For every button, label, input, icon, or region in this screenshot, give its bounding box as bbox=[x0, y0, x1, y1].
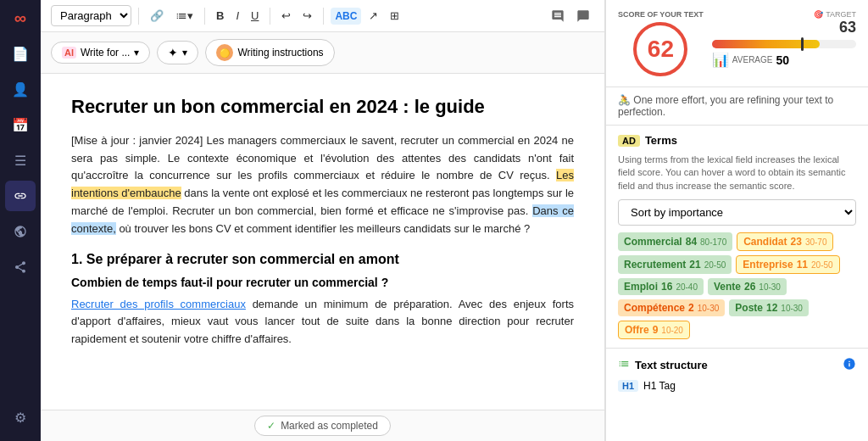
list-icon[interactable]: ☰ bbox=[5, 145, 36, 176]
average-label: AVERAGE bbox=[732, 55, 773, 64]
status-bar: ✓ Marked as completed bbox=[41, 410, 604, 441]
term-badge[interactable]: Commercial8480-170 bbox=[618, 232, 732, 251]
text-structure-section: Text structure H1 H1 Tag bbox=[606, 349, 868, 400]
status-label: Marked as completed bbox=[281, 420, 378, 432]
main-content: Paragraph 🔗 ▾ B I U ↩ ↪ ABC ↗ ⊞ AI Write… bbox=[41, 0, 605, 441]
italic-button[interactable]: I bbox=[231, 7, 243, 25]
section-1-sub: Combien de temps faut-il pour recruter u… bbox=[71, 276, 574, 289]
h1-text: H1 Tag bbox=[643, 380, 676, 392]
terms-tag: AD bbox=[618, 135, 640, 147]
sidebar: ∞ 📄 👤 📅 ☰ ⚙ bbox=[0, 0, 41, 441]
average-icon: 📊 bbox=[712, 52, 729, 68]
separator-3 bbox=[270, 8, 270, 25]
term-badge[interactable]: Emploi1620-40 bbox=[618, 278, 704, 295]
magic-button[interactable]: ✦ ▾ bbox=[157, 41, 198, 64]
editor-area[interactable]: Recruter un bon commercial en 2024 : le … bbox=[41, 74, 604, 410]
right-panel: SCORE OF YOUR TEXT 62 🎯 TARGET 63 bbox=[605, 0, 868, 441]
writing-instructions-label: Writing instructions bbox=[237, 47, 323, 59]
ai-write-button[interactable]: AI Write for ... ▾ bbox=[51, 42, 150, 64]
separator-4 bbox=[323, 8, 324, 25]
settings-icon[interactable]: ⚙ bbox=[5, 402, 36, 433]
list-button[interactable]: ▾ bbox=[171, 7, 198, 25]
h1-badge: H1 bbox=[618, 380, 638, 392]
sort-select[interactable]: Sort by importance bbox=[618, 199, 856, 226]
term-badge[interactable]: Entreprise1120-50 bbox=[736, 255, 839, 274]
article-paragraph-2: Recruter des profils commerciaux demande… bbox=[71, 296, 574, 349]
score-value: 62 bbox=[648, 36, 674, 63]
term-badge[interactable]: Vente2610-30 bbox=[708, 278, 787, 295]
paragraph-select[interactable]: Paragraph bbox=[51, 5, 131, 26]
term-badge[interactable]: Candidat2330-70 bbox=[737, 232, 833, 251]
recruter-link[interactable]: Recruter des profils commerciaux bbox=[71, 298, 246, 310]
undo-button[interactable]: ↩ bbox=[277, 7, 295, 25]
terms-title: Terms bbox=[645, 134, 677, 147]
avatar: 🟡 bbox=[216, 44, 233, 61]
comment-button[interactable] bbox=[547, 7, 569, 25]
writing-instructions-button[interactable]: 🟡 Writing instructions bbox=[205, 39, 334, 66]
target-value: 63 bbox=[814, 19, 856, 36]
score-label: SCORE OF YOUR TEXT bbox=[618, 10, 704, 19]
link-icon[interactable] bbox=[5, 181, 36, 211]
toolbar: Paragraph 🔗 ▾ B I U ↩ ↪ ABC ↗ ⊞ bbox=[41, 0, 604, 32]
editor-controls: AI Write for ... ▾ ✦ ▾ 🟡 Writing instruc… bbox=[41, 32, 604, 74]
magic-chevron-icon: ▾ bbox=[182, 47, 187, 59]
export-button[interactable]: ↗ bbox=[364, 7, 382, 25]
terms-info: Using terms from the lexical field incre… bbox=[618, 154, 856, 193]
terms-grid: Commercial8480-170Candidat2330-70Recrute… bbox=[618, 232, 856, 339]
atom-icon[interactable] bbox=[5, 216, 36, 247]
magic-icon: ✦ bbox=[168, 46, 178, 59]
ai-chevron-icon: ▾ bbox=[134, 47, 139, 59]
score-circle: 62 bbox=[633, 22, 687, 76]
bold-button[interactable]: B bbox=[212, 7, 228, 25]
text-structure-title: Text structure bbox=[635, 359, 708, 371]
link-button[interactable]: 🔗 bbox=[146, 7, 168, 25]
completed-status[interactable]: ✓ Marked as completed bbox=[254, 416, 391, 436]
terms-header: AD Terms bbox=[618, 134, 856, 147]
motivation-text: 🚴 One more effort, you are refining your… bbox=[606, 87, 868, 126]
average-value: 50 bbox=[776, 53, 789, 67]
separator-2 bbox=[204, 8, 205, 25]
score-section: SCORE OF YOUR TEXT 62 🎯 TARGET 63 bbox=[606, 0, 868, 87]
section-1-title: 1. Se préparer à recruter son commercial… bbox=[71, 252, 574, 267]
terms-section: AD Terms Using terms from the lexical fi… bbox=[606, 126, 868, 349]
separator-1 bbox=[138, 8, 139, 25]
redo-button[interactable]: ↪ bbox=[298, 7, 316, 25]
article-title: Recruter un bon commercial en 2024 : le … bbox=[71, 94, 574, 120]
text-structure-header: Text structure bbox=[618, 357, 856, 373]
h1-row: H1 H1 Tag bbox=[618, 380, 856, 392]
calendar-icon[interactable]: 📅 bbox=[5, 109, 36, 140]
term-badge[interactable]: Offre910-20 bbox=[618, 321, 690, 339]
share-icon[interactable] bbox=[5, 252, 36, 282]
score-details: 🎯 TARGET 63 📊 AVERAGE 50 bbox=[712, 10, 856, 68]
chat-button[interactable] bbox=[572, 7, 594, 25]
document-icon[interactable]: 📄 bbox=[5, 38, 36, 69]
term-badge[interactable]: Compétence210-30 bbox=[618, 299, 725, 316]
spellcheck-button[interactable]: ABC bbox=[331, 8, 361, 25]
target-flag-icon: 🎯 bbox=[814, 10, 823, 19]
check-icon: ✓ bbox=[267, 420, 275, 432]
user-icon[interactable]: 👤 bbox=[5, 74, 36, 104]
logo: ∞ bbox=[14, 8, 26, 28]
article-paragraph-1: [Mise à jour : janvier 2024] Les manager… bbox=[71, 132, 574, 238]
term-badge[interactable]: Recrutement2120-50 bbox=[618, 255, 732, 274]
score-bar bbox=[712, 40, 856, 48]
table-button[interactable]: ⊞ bbox=[386, 7, 403, 25]
underline-button[interactable]: U bbox=[247, 7, 263, 25]
ai-write-label: Write for ... bbox=[81, 47, 130, 59]
text-structure-icon bbox=[618, 358, 630, 372]
target-label: TARGET bbox=[826, 10, 856, 19]
ai-badge: AI bbox=[62, 47, 76, 59]
term-badge[interactable]: Poste1210-30 bbox=[729, 299, 809, 316]
